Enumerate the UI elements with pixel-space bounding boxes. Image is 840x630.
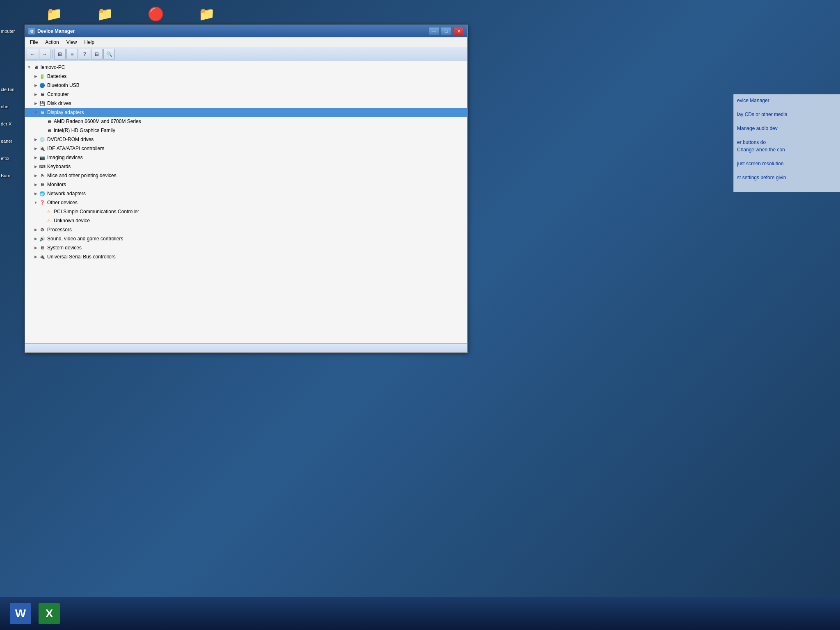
expand-batteries: ▶	[33, 74, 38, 79]
monitors-label: Monitors	[47, 182, 66, 187]
expand-computer: ▶	[33, 92, 38, 97]
sound-icon: 🔊	[39, 235, 46, 242]
toolbar-properties[interactable]: ⊞	[54, 49, 66, 59]
right-panel-change[interactable]: Change when the con	[737, 147, 837, 153]
other-icon: ❓	[39, 199, 46, 206]
sidebar-label-recyclebin: cle Bin	[1, 87, 23, 92]
processors-icon: ⚙	[39, 226, 46, 233]
toolbar-help[interactable]: ?	[79, 49, 90, 59]
pci-label: PCI Simple Communications Controller	[54, 209, 139, 215]
disk-label: Disk drives	[47, 100, 71, 106]
minimize-button[interactable]: —	[429, 27, 439, 35]
tree-item-dvd[interactable]: ▶ 💿 DVD/CD-ROM drives	[25, 135, 467, 144]
menu-help[interactable]: Help	[81, 39, 98, 46]
display-label: Display adapters	[47, 110, 84, 115]
sound-label: Sound, video and game controllers	[47, 236, 123, 242]
network-icon: 🌐	[39, 190, 46, 197]
computer-icon: 🖥	[39, 91, 46, 98]
system-label: System devices	[47, 245, 82, 251]
menu-view[interactable]: View	[63, 39, 80, 46]
system-icon: 🖥	[39, 244, 46, 251]
expand-system: ▶	[33, 245, 38, 250]
dvd-label: DVD/CD-ROM drives	[47, 137, 94, 142]
tree-item-computer[interactable]: ▶ 🖥 Computer	[25, 90, 467, 99]
close-button[interactable]: ✕	[453, 27, 464, 35]
sidebar-label-acrobat: der X	[1, 121, 23, 126]
right-panel-audio[interactable]: Manage audio dev	[737, 126, 837, 131]
computer-label: Computer	[47, 91, 69, 97]
right-panel-screen[interactable]: just screen resolution	[737, 161, 837, 167]
tree-item-system[interactable]: ▶ 🖥 System devices	[25, 243, 467, 252]
desktop-icon-4[interactable]: 📁	[194, 4, 220, 24]
expand-monitors: ▶	[33, 182, 38, 187]
mice-icon: 🖱	[39, 172, 46, 179]
toolbar-grid[interactable]: ⊟	[91, 49, 103, 59]
maximize-button[interactable]: □	[441, 27, 452, 35]
desktop-icon-3[interactable]: 🔴	[143, 4, 169, 24]
tree-item-ide[interactable]: ▶ 🔌 IDE ATA/ATAPI controllers	[25, 144, 467, 153]
desktop: 📁 📁 🔴 📁 mputer cle Bin obe der X eaner e…	[0, 0, 840, 630]
desktop-icon-1[interactable]: 📁	[41, 4, 67, 24]
amd-label: AMD Radeon 6600M and 6700M Series	[54, 119, 141, 124]
usb-label: Universal Serial Bus controllers	[47, 254, 116, 260]
expand-bluetooth: ▶	[33, 83, 38, 88]
menu-file[interactable]: File	[27, 39, 41, 46]
ide-label: IDE ATA/ATAPI controllers	[47, 146, 104, 151]
left-sidebar: mputer cle Bin obe der X eaner efox Burn	[0, 29, 23, 178]
root-label: lemovo-PC	[41, 64, 65, 70]
right-panel-buttons[interactable]: er buttons do	[737, 139, 837, 145]
tree-item-sound[interactable]: ▶ 🔊 Sound, video and game controllers	[25, 234, 467, 243]
toolbar-sep1	[52, 50, 52, 58]
device-manager-window: ⚙ Device Manager — □ ✕ File Action View …	[25, 25, 468, 353]
right-panel-device-manager[interactable]: evice Manager	[737, 98, 837, 103]
taskbar-word[interactable]: W	[8, 601, 33, 626]
tree-item-other[interactable]: ▼ ❓ Other devices	[25, 198, 467, 207]
tree-item-imaging[interactable]: ▶ 📷 Imaging devices	[25, 153, 467, 162]
bluetooth-icon: 🔵	[39, 82, 46, 89]
tree-item-pci[interactable]: ▶ ⚠ PCI Simple Communications Controller	[25, 207, 467, 216]
expand-imaging: ▶	[33, 155, 38, 160]
toolbar-list[interactable]: ≡	[66, 49, 78, 59]
toolbar-search[interactable]: 🔍	[103, 49, 115, 59]
toolbar-back[interactable]: ←	[27, 49, 38, 59]
tree-item-disk[interactable]: ▶ 💾 Disk drives	[25, 99, 467, 108]
taskbar-excel[interactable]: X	[37, 601, 62, 626]
tree-item-batteries[interactable]: ▶ 🔋 Batteries	[25, 72, 467, 81]
right-panel-cds[interactable]: lay CDs or other media	[737, 112, 837, 117]
tree-item-intel[interactable]: ▶ 🖥 Intel(R) HD Graphics Family	[25, 126, 467, 135]
tree-item-monitors[interactable]: ▶ 🖥 Monitors	[25, 180, 467, 189]
tree-item-keyboards[interactable]: ▶ ⌨ Keyboards	[25, 162, 467, 171]
window-icon: ⚙	[28, 28, 35, 34]
processors-label: Processors	[47, 227, 72, 233]
menu-action[interactable]: Action	[42, 39, 62, 46]
expand-display: ▼	[33, 110, 38, 115]
taskbar-bottom: W X	[0, 597, 840, 630]
ide-icon: 🔌	[39, 145, 46, 152]
tree-item-unknown[interactable]: ▶ ⚠ Unknown device	[25, 216, 467, 225]
tree-item-amd[interactable]: ▶ 🖥 AMD Radeon 6600M and 6700M Series	[25, 117, 467, 126]
tree-item-mice[interactable]: ▶ 🖱 Mice and other pointing devices	[25, 171, 467, 180]
display-icon: 🖥	[39, 109, 46, 116]
right-panel-settings[interactable]: st settings before givin	[737, 175, 837, 180]
expand-dvd: ▶	[33, 137, 38, 142]
toolbar-forward[interactable]: →	[39, 49, 50, 59]
tree-item-network[interactable]: ▶ 🌐 Network adapters	[25, 189, 467, 198]
tree-item-processors[interactable]: ▶ ⚙ Processors	[25, 225, 467, 234]
batteries-label: Batteries	[47, 73, 66, 79]
device-tree[interactable]: ▼ 🖥 lemovo-PC ▶ 🔋 Batteries ▶ 🔵 Bluetoot…	[25, 61, 467, 343]
tree-item-usb[interactable]: ▶ 🔌 Universal Serial Bus controllers	[25, 252, 467, 261]
tree-item-display[interactable]: ▼ 🖥 Display adapters	[25, 108, 467, 117]
unknown-icon: ⚠	[46, 217, 52, 224]
desktop-icons-area: 📁 📁 🔴 📁	[41, 4, 220, 24]
desktop-icon-2[interactable]: 📁	[92, 4, 118, 24]
network-label: Network adapters	[47, 191, 86, 196]
menu-bar: File Action View Help	[25, 37, 467, 47]
tree-item-bluetooth[interactable]: ▶ 🔵 Bluetooth USB	[25, 81, 467, 90]
expand-network: ▶	[33, 191, 38, 196]
amd-icon: 🖥	[46, 118, 52, 125]
expand-usb: ▶	[33, 254, 38, 259]
batteries-icon: 🔋	[39, 73, 46, 80]
tree-root[interactable]: ▼ 🖥 lemovo-PC	[25, 63, 467, 72]
window-title: Device Manager	[37, 28, 75, 34]
expand-keyboards: ▶	[33, 164, 38, 169]
